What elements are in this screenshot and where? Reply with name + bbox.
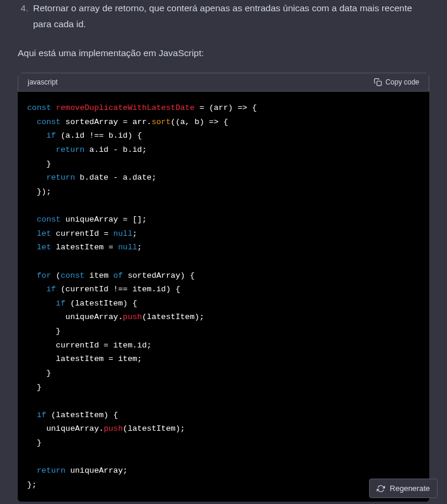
- code-block: javascript Copy code const removeDuplica…: [18, 73, 429, 502]
- list-number: 4.: [18, 0, 28, 32]
- code-body[interactable]: const removeDuplicateWithLatestDate = (a…: [18, 92, 429, 502]
- copy-code-label: Copy code: [386, 78, 419, 86]
- regenerate-icon: [377, 485, 385, 493]
- clipboard-icon: [374, 78, 382, 86]
- list-item: 4. Retornar o array de retorno, que cont…: [18, 0, 429, 32]
- svg-rect-0: [377, 81, 381, 86]
- list-text: Retornar o array de retorno, que conterá…: [33, 0, 429, 32]
- code-lang-label: javascript: [28, 78, 58, 86]
- intro-text: Aqui está uma implementação em JavaScrip…: [18, 46, 429, 61]
- code-header: javascript Copy code: [18, 73, 429, 92]
- regenerate-label: Regenerate: [390, 484, 430, 493]
- regenerate-button[interactable]: Regenerate: [369, 479, 438, 498]
- copy-code-button[interactable]: Copy code: [374, 78, 419, 86]
